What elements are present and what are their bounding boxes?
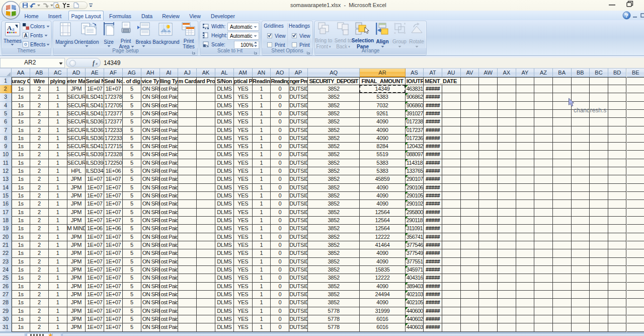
svg-text:A: A	[7, 24, 12, 32]
svg-text:?: ?	[625, 13, 628, 19]
svg-text:a: a	[12, 26, 15, 32]
